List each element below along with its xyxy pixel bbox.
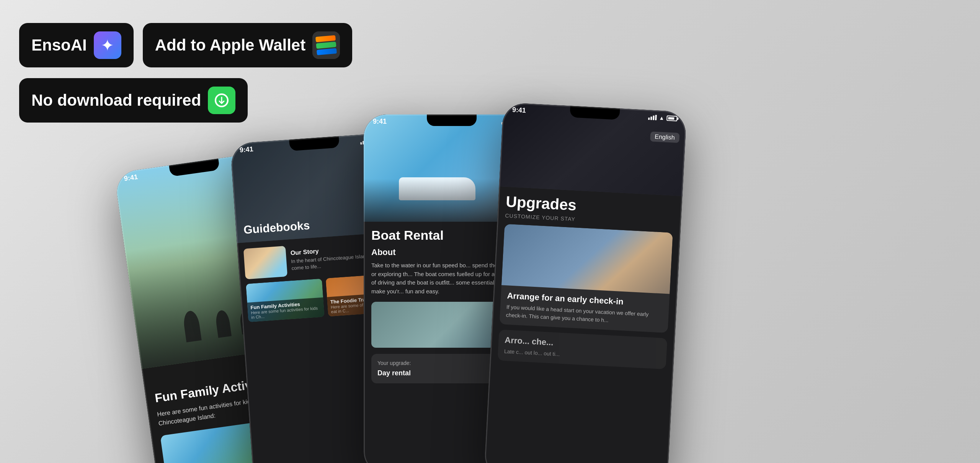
enso-icon: ✦ — [94, 31, 121, 59]
battery-fill-4 — [668, 117, 674, 119]
badges-container: EnsoAI ✦ Add to Apple Wallet No download… — [19, 23, 352, 123]
download-arrow-circle — [215, 93, 229, 107]
battery-tip-4 — [677, 117, 678, 119]
signal-bar-4-2 — [650, 116, 652, 120]
signal-bar-4-3 — [653, 115, 655, 120]
signal-bars-4 — [648, 114, 657, 120]
upgrades-screen: English Upgrades CUSTOMIZE YOUR STAY Arr… — [484, 102, 687, 463]
no-download-label: No download required — [31, 91, 201, 110]
wallet-card-2 — [316, 42, 336, 49]
status-time-2: 9:41 — [239, 145, 253, 154]
sparkle-icon: ✦ — [101, 36, 114, 55]
no-download-badge[interactable]: No download required — [19, 78, 248, 123]
phone-screen-4: 9:41 ▲ — [484, 102, 687, 463]
phone-upgrades: 9:41 ▲ — [484, 102, 687, 463]
enso-label: EnsoAI — [31, 36, 87, 54]
badge-row-1: EnsoAI ✦ Add to Apple Wallet — [19, 23, 352, 67]
status-time-4: 9:41 — [512, 106, 526, 115]
signal-bar-4-4 — [655, 115, 657, 120]
download-icon — [208, 87, 235, 114]
couple-thumbnail — [501, 224, 673, 294]
upgrades-content: Upgrades CUSTOMIZE YOUR STAY Arrange for… — [489, 187, 683, 381]
badge-row-2: No download required — [19, 78, 352, 123]
wallet-card-1 — [315, 35, 336, 42]
early-checkin-card[interactable]: Arrange for an early check-in If you wou… — [500, 224, 673, 333]
apple-wallet-badge[interactable]: Add to Apple Wallet — [143, 23, 353, 67]
download-arrow-svg — [217, 96, 226, 105]
wallet-icon — [312, 31, 340, 59]
battery-icon-4 — [666, 115, 678, 121]
signal-bar-4-1 — [648, 117, 650, 119]
upgrades-lang-badge[interactable]: English — [650, 131, 680, 143]
status-icons-4: ▲ — [648, 113, 678, 123]
late-checkout-card[interactable]: Arro... che... Late c... out lo... out t… — [498, 329, 668, 369]
wifi-icon-4: ▲ — [659, 115, 665, 121]
boat-upgrade-name: Day rental — [377, 369, 411, 377]
guidebook-grid-item-1[interactable]: Fun Family Activities Here are some fun … — [246, 278, 324, 322]
signal-bar-2-1 — [360, 142, 362, 144]
late-checkout-body: Arro... che... Late c... out lo... out t… — [498, 329, 668, 369]
wallet-label: Add to Apple Wallet — [155, 36, 306, 54]
status-time-3: 9:41 — [373, 118, 387, 126]
story-thumbnail — [243, 246, 287, 279]
enso-badge[interactable]: EnsoAI ✦ — [19, 23, 134, 67]
wallet-card-3 — [317, 48, 337, 55]
early-checkin-body: Arrange for an early check-in If you wou… — [500, 285, 670, 333]
wallet-cards-decoration — [315, 35, 337, 55]
